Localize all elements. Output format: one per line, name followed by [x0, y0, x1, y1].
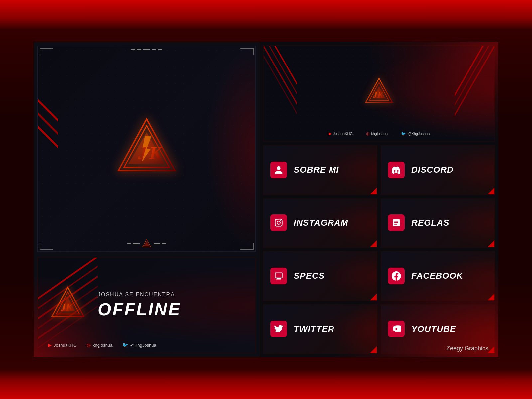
preview-social-bar: ▶ JoshuaKHG ◎ khgjoshua 🐦 @KhgJoshua	[264, 131, 494, 136]
top-red-bar	[0, 0, 532, 30]
tick	[158, 49, 162, 50]
bottom-social-bar: ▶ JoshuaKHG ◎ khgjoshua 🐦 @KhgJoshua	[48, 342, 156, 348]
offline-title: OFFLINE	[98, 299, 181, 319]
preview-yt-handle: JoshuaKHG	[333, 132, 353, 136]
preview-right-deco	[455, 46, 494, 141]
outer-background: J K	[0, 0, 532, 399]
twitter-icon	[270, 321, 287, 337]
instagram-icon: ◎	[87, 342, 91, 348]
youtube-icon	[388, 321, 405, 337]
btn-corner-arrow	[370, 294, 377, 300]
offline-logo: JK	[48, 285, 88, 326]
youtube-icon: ▶	[48, 342, 52, 348]
youtube-label: Youtube	[411, 324, 456, 334]
svg-text:JK: JK	[373, 90, 384, 100]
preview-social-instagram: ◎ khgjoshua	[366, 131, 388, 136]
facebook-icon	[388, 268, 405, 284]
discord-icon	[388, 162, 405, 178]
btn-corner-arrow	[370, 240, 377, 247]
instagram-handle: khgjoshua	[93, 343, 112, 348]
sobre-mi-label: Sobre mi	[294, 165, 339, 175]
preview-tw-icon: 🐦	[401, 131, 406, 136]
btn-corner-arrow	[488, 294, 494, 300]
watermark: Zeegy Graphics	[446, 345, 488, 352]
sobre-mi-icon	[270, 162, 287, 178]
youtube-handle: JoshuaKHG	[54, 343, 77, 348]
reglas-icon	[388, 214, 405, 231]
panel-button-discord[interactable]: Discord	[381, 145, 495, 195]
facebook-label: Facebook	[411, 271, 463, 281]
svg-marker-7	[144, 241, 150, 246]
svg-text:K: K	[149, 143, 163, 163]
panel-button-facebook[interactable]: Facebook	[381, 251, 495, 301]
preview-ig-handle: khgjoshua	[371, 132, 388, 136]
right-top-preview: JK ▶ JoshuaKHG ◎ khgjoshua	[263, 45, 495, 142]
corner-br-deco	[240, 243, 254, 250]
main-container: J K	[33, 42, 499, 357]
tick-wide	[154, 243, 160, 244]
bottom-small-logo	[142, 239, 152, 249]
preview-yt-icon: ▶	[329, 131, 332, 136]
offline-panel: JK JOSHUA SE ENCUENTRA OFFLINE ▶ JoshuaK…	[37, 257, 256, 353]
twitter-handle: @KhgJoshua	[130, 343, 156, 348]
btn-corner-arrow	[488, 188, 494, 194]
bottom-red-bar	[0, 369, 532, 399]
panel-button-sobre-mi[interactable]: Sobre mi	[263, 145, 377, 195]
svg-text:JK: JK	[60, 301, 74, 313]
preview-social-youtube: ▶ JoshuaKHG	[329, 131, 353, 136]
offline-subtitle: JOSHUA SE ENCUENTRA	[98, 292, 181, 298]
btn-corner-arrow	[488, 240, 494, 247]
tick	[162, 243, 166, 244]
reglas-label: Reglas	[411, 218, 449, 228]
preview-logo: JK	[362, 76, 396, 111]
main-logo: J K	[113, 116, 180, 182]
panel-button-specs[interactable]: Specs	[263, 251, 377, 301]
main-cam-area: J K	[37, 46, 256, 252]
panel-button-reglas[interactable]: Reglas	[381, 198, 495, 248]
panel-button-instagram[interactable]: Instagram	[263, 198, 377, 248]
instagram-icon	[270, 214, 287, 231]
tick-marks-top	[131, 49, 162, 50]
specs-icon	[270, 268, 287, 284]
specs-label: Specs	[294, 271, 325, 281]
preview-tw-handle: @KhgJoshua	[408, 132, 430, 136]
preview-ig-icon: ◎	[366, 131, 369, 136]
twitter-icon: 🐦	[122, 342, 128, 348]
left-stripes	[38, 46, 58, 251]
social-youtube: ▶ JoshuaKHG	[48, 342, 77, 348]
twitter-label: Twitter	[294, 324, 334, 334]
offline-text-block: JOSHUA SE ENCUENTRA OFFLINE	[98, 292, 181, 319]
right-glow	[205, 46, 255, 251]
instagram-label: Instagram	[294, 218, 348, 228]
btn-corner-arrow	[488, 346, 494, 353]
social-instagram: ◎ khgjoshua	[87, 342, 112, 348]
top-section: J K	[34, 42, 498, 357]
tick-wide	[143, 49, 150, 50]
panel-button-twitter[interactable]: Twitter	[263, 304, 377, 354]
tick	[127, 243, 131, 244]
btn-smoke	[320, 252, 377, 300]
right-section: JK ▶ JoshuaKHG ◎ khgjoshua	[260, 42, 498, 357]
tick-marks-bottom	[127, 239, 166, 249]
preview-social-twitter: 🐦 @KhgJoshua	[401, 131, 430, 136]
btn-corner-arrow	[370, 188, 377, 194]
discord-label: Discord	[411, 165, 454, 175]
corner-tr-deco	[240, 48, 254, 55]
social-twitter: 🐦 @KhgJoshua	[122, 342, 156, 348]
tick	[131, 49, 135, 50]
preview-left-deco	[264, 46, 297, 141]
tick	[152, 49, 156, 50]
panel-buttons-grid: Sobre mi Discord	[263, 145, 495, 354]
btn-corner-arrow	[370, 346, 377, 353]
logo-triangle: J K	[113, 116, 180, 182]
tick-wide	[133, 243, 140, 244]
left-panel: J K	[34, 42, 260, 357]
tick	[137, 49, 141, 50]
